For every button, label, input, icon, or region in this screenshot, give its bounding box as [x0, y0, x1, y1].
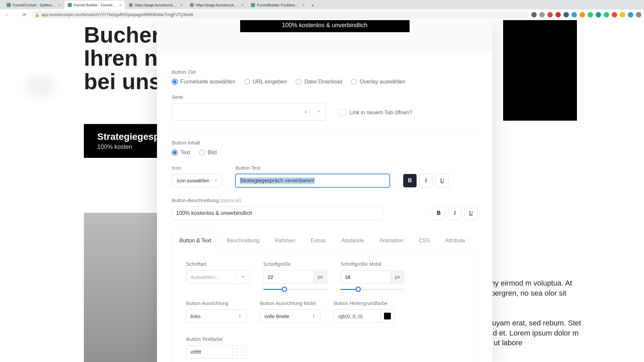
radio-bild[interactable]: Bild	[199, 149, 217, 156]
checkbox-label: Link in neuem Tab öffnen?	[350, 110, 412, 116]
extension-icon[interactable]	[596, 12, 601, 17]
extension-icon[interactable]	[636, 12, 641, 17]
blur-decoration	[27, 77, 54, 97]
browser-tab[interactable]: https://page.funnelcockpit.co… ×	[186, 1, 247, 9]
tab-attribute[interactable]: Attribute	[437, 232, 473, 249]
underline-button[interactable]: U	[435, 174, 449, 187]
slider-thumb-icon[interactable]	[356, 287, 361, 292]
seite-select[interactable]: ×	[172, 103, 326, 121]
beschreibung-input[interactable]: 100% kostenlos & unverbindlich	[172, 206, 383, 220]
browser-tab[interactable]: FunnelBuilder Funktionen & El… ×	[248, 1, 308, 9]
slider-thumb-icon[interactable]	[282, 287, 287, 292]
lock-icon: 🔒	[35, 13, 40, 17]
extension-icon[interactable]	[572, 12, 577, 17]
bg-color-swatch[interactable]	[380, 310, 394, 322]
close-icon[interactable]: ×	[58, 3, 60, 7]
italic-button[interactable]: I	[419, 174, 433, 187]
underline-button[interactable]: U	[464, 206, 478, 220]
browser-tab[interactable]: https://page.funnelcockpit.co… ×	[125, 1, 186, 9]
clear-icon[interactable]: ×	[304, 109, 308, 116]
extension-icon[interactable]	[604, 12, 609, 17]
bold-button[interactable]: B	[432, 206, 445, 220]
browser-tab[interactable]: FunnelCockpit - Splittests, M… ×	[3, 1, 64, 9]
radio-label: Text	[180, 149, 190, 156]
beschreibung-optional: (optional)	[220, 197, 241, 203]
favicon-icon	[7, 3, 11, 7]
unit-label: px	[314, 270, 327, 284]
back-button[interactable]: ←	[3, 11, 11, 18]
new-tab-checkbox[interactable]: Link in neuem Tab öffnen?	[339, 109, 412, 116]
tab-abstaende[interactable]: Abstände	[334, 232, 372, 249]
address-bar: ← → ⟳ 🔒 app.funnelcockpit.com/funnel/zhY…	[0, 9, 644, 20]
chevron-down-icon[interactable]	[214, 178, 218, 184]
button-inhalt-radios: Text Bild	[172, 149, 478, 156]
seite-label: Seite	[172, 94, 326, 100]
radio-datei[interactable]: Datei Download	[296, 79, 342, 85]
extension-icon[interactable]	[555, 12, 561, 17]
close-icon[interactable]: ×	[303, 3, 305, 7]
schriftgroesse-mobil-input[interactable]: 18	[340, 270, 391, 284]
schriftgroesse-mobil-slider[interactable]	[340, 288, 404, 290]
select-sort-icon[interactable]	[311, 313, 316, 319]
tab-css[interactable]: CSS	[411, 232, 437, 249]
radio-overlay[interactable]: Overlay auswählen	[351, 79, 405, 85]
ausrichtung-value: links	[191, 313, 201, 319]
text-color-value[interactable]: #ffffff	[186, 346, 233, 358]
radio-url[interactable]: URL eingeben	[244, 79, 287, 85]
browser-chrome: FunnelCockpit - Splittests, M… × Funnel …	[0, 0, 644, 20]
select-sort-icon[interactable]	[237, 313, 242, 319]
tab-animation[interactable]: Animation	[372, 232, 411, 249]
text-color-input[interactable]: #ffffff	[186, 345, 247, 359]
close-icon[interactable]: ×	[119, 3, 121, 7]
schriftgroesse-slider[interactable]	[263, 288, 327, 290]
button-preview: 100% kostenlos & unverbindlich	[240, 20, 410, 32]
tab-rahmen[interactable]: Rahmen	[267, 232, 303, 249]
text-color-swatch[interactable]	[233, 346, 246, 358]
extension-icon[interactable]	[588, 12, 593, 17]
tab-extras[interactable]: Extras	[303, 232, 333, 249]
ausrichtung-mobil-select[interactable]: volle Breite	[260, 309, 320, 323]
extension-icons	[531, 12, 641, 17]
select-divider	[236, 273, 236, 281]
chevron-down-icon[interactable]	[316, 109, 321, 115]
radio-funnelseite[interactable]: Funnelseite auswählen	[172, 79, 235, 85]
button-inhalt-label: Button Inhalt	[172, 140, 478, 145]
extension-icon[interactable]	[628, 12, 633, 17]
checkbox-box-icon	[339, 109, 346, 116]
schriftart-select[interactable]: Auswählen...	[186, 270, 250, 284]
extension-icon[interactable]	[620, 12, 625, 17]
tab-beschreibung[interactable]: Beschreibung	[219, 232, 267, 249]
button-text-input[interactable]: Strategiegespräch vereinbaren!	[235, 174, 390, 187]
url-field[interactable]: 🔒 app.funnelcockpit.com/funnel/zhY2Y7b0z…	[32, 11, 529, 19]
bg-color-value[interactable]: rgb(0, 0, 0)	[334, 310, 380, 322]
close-icon[interactable]: ×	[180, 3, 182, 7]
extension-icon[interactable]	[531, 12, 537, 17]
close-icon[interactable]: ×	[241, 3, 244, 7]
format-group-text: B I U	[403, 174, 449, 187]
new-tab-button[interactable]: +	[309, 1, 317, 9]
tab-button-text[interactable]: Button & Text	[172, 232, 219, 250]
button-preview-subtitle: 100% kostenlos & unverbindlich	[240, 22, 410, 29]
forward-button[interactable]: →	[12, 11, 19, 18]
radio-dot-icon	[172, 149, 178, 156]
ausrichtung-mobil-value: volle Breite	[264, 313, 289, 319]
radio-dot-icon	[351, 79, 357, 85]
bg-color-input[interactable]: rgb(0, 0, 0)	[334, 309, 394, 323]
extension-icon[interactable]	[580, 12, 585, 17]
extension-icon[interactable]	[547, 12, 553, 17]
bold-button[interactable]: B	[403, 174, 417, 187]
extension-icon[interactable]	[539, 12, 545, 17]
radio-text[interactable]: Text	[172, 149, 190, 156]
icon-label: Icon	[172, 165, 222, 171]
chevron-down-icon[interactable]	[241, 274, 246, 280]
schriftgroesse-input[interactable]: 22	[263, 270, 314, 284]
reload-button[interactable]: ⟳	[21, 11, 28, 18]
icon-select[interactable]: Icon auswählen	[172, 174, 222, 187]
extension-icon[interactable]	[564, 12, 569, 17]
browser-tab[interactable]: Funnel Builder - FunnelCockpit ×	[64, 1, 125, 9]
italic-button[interactable]: I	[448, 206, 462, 220]
favicon-icon	[190, 3, 194, 7]
extension-icon[interactable]	[612, 12, 617, 17]
button-text-value: Strategiegespräch vereinbaren!	[240, 177, 315, 184]
ausrichtung-select[interactable]: links	[186, 309, 247, 323]
